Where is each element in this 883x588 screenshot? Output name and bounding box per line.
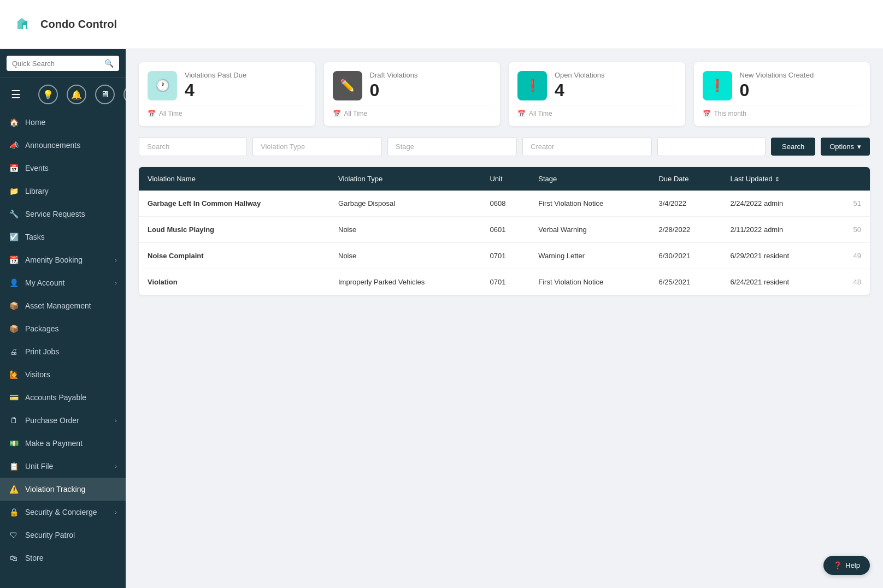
help-icon: ❓ (833, 561, 842, 569)
stat-card-open[interactable]: ❗ Open Violations 4 📅 All Time (509, 62, 685, 126)
calendar-icon: 📅 (333, 110, 341, 117)
help-button[interactable]: ❓ Help (823, 556, 870, 575)
sidebar-item-store[interactable]: 🛍 Store (0, 547, 126, 569)
sidebar-item-violation-tracking[interactable]: ⚠️ Violation Tracking (0, 478, 126, 501)
th-last-updated[interactable]: Last Updated⇕ (721, 167, 833, 191)
nav-icon-accounts-payable: 💳 (9, 393, 19, 402)
stat-footer-label: All Time (529, 110, 552, 117)
cell-number: 50 (833, 217, 870, 243)
sidebar-item-visitors[interactable]: 🙋 Visitors (0, 363, 126, 386)
stage-filter[interactable] (387, 137, 517, 156)
stat-card-past-due[interactable]: 🕐 Violations Past Due 4 📅 All Time (139, 62, 315, 126)
sidebar-item-accounts-payable[interactable]: 💳 Accounts Payable (0, 386, 126, 409)
calendar-icon: 📅 (703, 110, 711, 117)
table-row[interactable]: Loud Music Playing Noise 0601 Verbal War… (139, 217, 870, 243)
sidebar-item-print-jobs[interactable]: 🖨 Print Jobs (0, 340, 126, 363)
top-header: Condo Control (0, 0, 883, 49)
cell-due-date: 2/28/2022 (650, 217, 721, 243)
nav-label-purchase-order: Purchase Order (25, 416, 108, 425)
creator-filter[interactable] (522, 137, 652, 156)
cell-unit: 0701 (481, 243, 529, 269)
sidebar-item-security-concierge[interactable]: 🔒 Security & Concierge › (0, 501, 126, 524)
sort-arrow-icon: ⇕ (775, 176, 780, 182)
nav-label-service-requests: Service Requests (25, 210, 117, 218)
nav-label-home: Home (25, 118, 117, 127)
hamburger-icon[interactable]: ☰ (11, 88, 21, 101)
nav-label-tasks: Tasks (25, 233, 117, 241)
stat-footer-draft: 📅 All Time (333, 105, 492, 117)
stat-card-top: 🕐 Violations Past Due 4 (148, 71, 307, 100)
svg-rect-1 (23, 25, 26, 29)
sidebar-item-service-requests[interactable]: 🔧 Service Requests (0, 203, 126, 225)
cell-violation-name: Noise Complaint (139, 243, 329, 269)
cell-number: 51 (833, 191, 870, 217)
monitor-button[interactable]: 🖥 (95, 85, 115, 104)
options-button[interactable]: Options ▾ (821, 138, 870, 156)
lightbulb-button[interactable]: 💡 (38, 85, 58, 104)
nav-label-print-jobs: Print Jobs (25, 347, 117, 356)
table-row[interactable]: Garbage Left In Common Hallway Garbage D… (139, 191, 870, 217)
nav-icon-print-jobs: 🖨 (9, 347, 19, 356)
stat-card-new[interactable]: ❗ New Violations Created 0 📅 This month (694, 62, 870, 126)
violation-type-filter[interactable] (252, 137, 382, 156)
stat-label-new: New Violations Created (740, 71, 862, 80)
sidebar-item-unit-file[interactable]: 📋 Unit File › (0, 455, 126, 478)
sidebar-item-amenity-booking[interactable]: 📆 Amenity Booking › (0, 248, 126, 271)
sidebar-item-security-patrol[interactable]: 🛡 Security Patrol (0, 524, 126, 547)
search-button[interactable]: Search (771, 138, 815, 156)
stat-value-past-due: 4 (185, 80, 307, 100)
cell-stage: Verbal Warning (529, 217, 650, 243)
nav-icon-make-a-payment: 💵 (9, 439, 19, 448)
cell-unit: 0701 (481, 269, 529, 295)
bell-button[interactable]: 🔔 (67, 85, 86, 104)
cell-last-updated: 6/24/2021 resident (721, 269, 833, 295)
search-filter-input[interactable] (139, 137, 247, 156)
search-input[interactable] (12, 60, 101, 68)
sidebar-item-purchase-order[interactable]: 🗒 Purchase Order › (0, 409, 126, 432)
nav-arrow-icon: › (115, 280, 117, 286)
cell-violation-name: Garbage Left In Common Hallway (139, 191, 329, 217)
nav-arrow-icon: › (115, 417, 117, 424)
sidebar-item-home[interactable]: 🏠 Home (0, 111, 126, 134)
stat-label-draft: Draft Violations (370, 71, 492, 80)
sidebar-item-my-account[interactable]: 👤 My Account › (0, 271, 126, 294)
sidebar-item-packages[interactable]: 📦 Packages (0, 317, 126, 340)
nav-label-security-patrol: Security Patrol (25, 531, 117, 539)
nav-icon-asset-management: 📦 (9, 301, 19, 310)
search-input-wrap[interactable]: 🔍 (7, 56, 119, 71)
nav-icon-events: 📅 (9, 164, 19, 173)
nav-icon-security-patrol: 🛡 (9, 531, 19, 539)
sidebar-item-announcements[interactable]: 📣 Announcements (0, 134, 126, 157)
nav-label-violation-tracking: Violation Tracking (25, 485, 117, 494)
top-nav: ☰ 💡 🔔 🖥 📞 Welcome! Chrissie (0, 78, 126, 111)
nav-arrow-icon: › (115, 463, 117, 470)
filter-bar: Open Search Options ▾ (139, 137, 870, 156)
cell-violation-type: Noise (329, 217, 481, 243)
stat-value-new: 0 (740, 80, 862, 100)
nav-icon-service-requests: 🔧 (9, 210, 19, 218)
cell-violation-type: Noise (329, 243, 481, 269)
sidebar-item-asset-management[interactable]: 📦 Asset Management (0, 294, 126, 317)
stat-card-draft[interactable]: ✏️ Draft Violations 0 📅 All Time (324, 62, 501, 126)
stat-footer-open: 📅 All Time (517, 105, 676, 117)
cell-violation-name: Violation (139, 269, 329, 295)
table-row[interactable]: Violation Improperly Parked Vehicles 070… (139, 269, 870, 295)
sidebar-item-tasks[interactable]: ☑️ Tasks (0, 225, 126, 248)
sidebar-item-events[interactable]: 📅 Events (0, 157, 126, 180)
sidebar-item-library[interactable]: 📁 Library (0, 180, 126, 203)
table-row[interactable]: Noise Complaint Noise 0701 Warning Lette… (139, 243, 870, 269)
cell-stage: First Violation Notice (529, 269, 650, 295)
stat-card-top: ❗ New Violations Created 0 (703, 71, 862, 100)
nav-label-unit-file: Unit File (25, 462, 108, 471)
stat-card-top: ✏️ Draft Violations 0 (333, 71, 492, 100)
status-filter[interactable]: Open (657, 137, 766, 156)
cell-violation-type: Garbage Disposal (329, 191, 481, 217)
sidebar-item-make-a-payment[interactable]: 💵 Make a Payment (0, 432, 126, 455)
nav-icon-packages: 📦 (9, 324, 19, 333)
cell-unit: 0601 (481, 217, 529, 243)
stat-label-past-due: Violations Past Due (185, 71, 307, 80)
nav-icon-home: 🏠 (9, 118, 19, 127)
calendar-icon: 📅 (517, 110, 526, 117)
stat-footer-label: This month (714, 110, 746, 117)
nav-label-events: Events (25, 164, 117, 173)
